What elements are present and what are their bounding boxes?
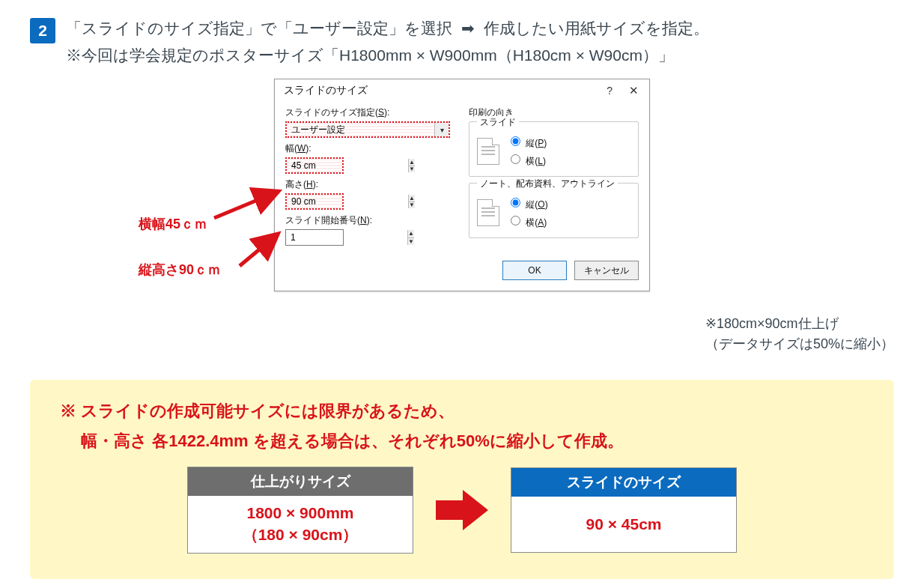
fieldset-notes-orientation: ノート、配布資料、アウトライン 縦(O): [469, 183, 639, 238]
label-size-spec-a: スライドのサイズ指定(: [285, 107, 378, 118]
step-line1-a: 「スライドのサイズ指定」で「ユーザー設定」を選択: [66, 19, 452, 37]
start-number-spin-buttons[interactable]: ▲▼: [407, 230, 414, 245]
note-heading: ※ スライドの作成可能サイズには限界があるため、 幅・高さ 各1422.4mm …: [60, 396, 864, 455]
note-heading-line2: 幅・高さ 各1422.4mm を超える場合は、それぞれ50%に縮小して作成。: [60, 426, 864, 456]
legend-notes: ノート、配布資料、アウトライン: [477, 178, 618, 190]
radio-notes-landscape-input[interactable]: [511, 216, 520, 225]
callout-width: 横幅45ｃｍ: [139, 215, 207, 233]
preset-dropdown[interactable]: ▾: [285, 121, 450, 138]
preset-dropdown-value[interactable]: [287, 123, 434, 136]
callout-height: 縦高さ90ｃｍ: [139, 261, 221, 279]
radio-slide-landscape-a: 横(: [526, 156, 538, 166]
radio-slide-portrait-input[interactable]: [511, 136, 520, 146]
arrow-right-icon: ➡: [457, 19, 479, 37]
big-arrow-icon: [436, 490, 488, 530]
label-height: 高さ(H):: [285, 178, 461, 191]
label-width: 幅(W):: [285, 142, 461, 155]
label-startno-u: N: [360, 215, 367, 225]
label-size-spec-e: ):: [384, 107, 389, 118]
radio-slide-landscape[interactable]: 横(L): [507, 152, 547, 168]
page-portrait-icon: [477, 138, 499, 165]
svg-line-0: [214, 193, 276, 218]
ok-button[interactable]: OK: [502, 261, 567, 280]
height-spin-buttons[interactable]: ▲▼: [408, 195, 415, 208]
label-size-spec-u: S: [378, 107, 384, 118]
label-width-u: W: [297, 143, 306, 154]
start-number-input[interactable]: [286, 231, 407, 244]
close-icon[interactable]: ✕: [626, 84, 642, 97]
label-width-a: 幅(: [285, 143, 297, 154]
start-number-stepper[interactable]: ▲▼: [285, 229, 344, 246]
slide-size-card: スライドのサイズ 90 × 45cm: [511, 467, 737, 552]
cancel-button[interactable]: キャンセル: [574, 261, 639, 280]
right-note-line1: ※180cm×90cm仕上げ: [705, 314, 894, 334]
radio-notes-landscape-e: ): [544, 217, 547, 228]
legend-slide: スライド: [477, 116, 519, 129]
label-size-spec: スライドのサイズ指定(S):: [285, 106, 461, 119]
step-line1-b: 作成したい用紙サイズを指定。: [484, 19, 709, 37]
label-height-a: 高さ(: [285, 179, 306, 190]
step-line2: ※今回は学会規定のポスターサイズ「H1800mm × W900mm（H180cm…: [66, 46, 674, 64]
label-height-e: ):: [313, 179, 318, 190]
slide-size-body: 90 × 45cm: [511, 497, 736, 551]
dialog-titlebar: スライドのサイズ ? ✕: [275, 79, 649, 100]
page-portrait-icon-2: [477, 199, 499, 226]
dialog-title: スライドのサイズ: [284, 84, 368, 97]
right-side-note: ※180cm×90cm仕上げ （データサイズは50%に縮小）: [705, 314, 894, 354]
step-instruction: 「スライドのサイズ指定」で「ユーザー設定」を選択 ➡ 作成したい用紙サイズを指定…: [66, 15, 709, 68]
height-input[interactable]: [287, 195, 408, 208]
right-note-line2: （データサイズは50%に縮小）: [705, 334, 894, 354]
finish-size-l2: （180 × 90cm）: [188, 524, 413, 545]
finish-size-body: 1800 × 900mm （180 × 90cm）: [188, 496, 413, 554]
important-note-box: ※ スライドの作成可能サイズには限界があるため、 幅・高さ 各1422.4mm …: [30, 380, 894, 579]
width-stepper[interactable]: ▲▼: [285, 157, 344, 174]
fieldset-slide-orientation: スライド 縦(P): [469, 121, 639, 177]
label-width-e: ):: [306, 143, 311, 154]
step-header: 2 「スライドのサイズ指定」で「ユーザー設定」を選択 ➡ 作成したい用紙サイズを…: [30, 15, 894, 68]
radio-slide-landscape-input[interactable]: [511, 154, 520, 164]
slide-size-l1: 90 × 45cm: [511, 513, 736, 535]
radio-notes-portrait-a: 縦(: [526, 199, 538, 210]
finish-size-head: 仕上がりサイズ: [188, 467, 413, 496]
radio-slide-landscape-e: ): [543, 156, 546, 166]
radio-notes-portrait-input[interactable]: [511, 198, 520, 207]
width-spin-buttons[interactable]: ▲▼: [408, 159, 415, 172]
label-height-u: H: [306, 179, 313, 190]
radio-slide-portrait-e: ): [544, 138, 547, 148]
height-stepper[interactable]: ▲▼: [285, 193, 344, 210]
label-startno-a: スライド開始番号(: [285, 215, 360, 225]
width-input[interactable]: [287, 159, 408, 172]
label-start-number: スライド開始番号(N):: [285, 214, 461, 227]
svg-line-1: [240, 236, 276, 266]
finish-size-l1: 1800 × 900mm: [188, 502, 413, 524]
label-startno-e: ):: [367, 215, 372, 225]
step-number-badge: 2: [30, 18, 55, 43]
radio-notes-portrait-u: O: [538, 199, 544, 210]
radio-notes-landscape-a: 横(: [526, 217, 538, 228]
finish-size-card: 仕上がりサイズ 1800 × 900mm （180 × 90cm）: [187, 467, 413, 554]
note-heading-line1: ※ スライドの作成可能サイズには限界があるため、: [60, 396, 864, 426]
radio-notes-portrait-e: ): [545, 199, 548, 210]
chevron-down-icon[interactable]: ▾: [434, 123, 449, 136]
radio-slide-portrait-a: 縦(: [526, 138, 538, 148]
radio-notes-portrait[interactable]: 縦(O): [507, 195, 548, 211]
radio-slide-portrait[interactable]: 縦(P): [507, 134, 547, 150]
radio-notes-landscape[interactable]: 横(A): [507, 213, 548, 229]
slide-size-dialog: スライドのサイズ ? ✕ スライドのサイズ指定(S): ▾: [274, 79, 650, 291]
slide-size-head: スライドのサイズ: [511, 468, 736, 497]
help-icon[interactable]: ?: [607, 85, 613, 97]
